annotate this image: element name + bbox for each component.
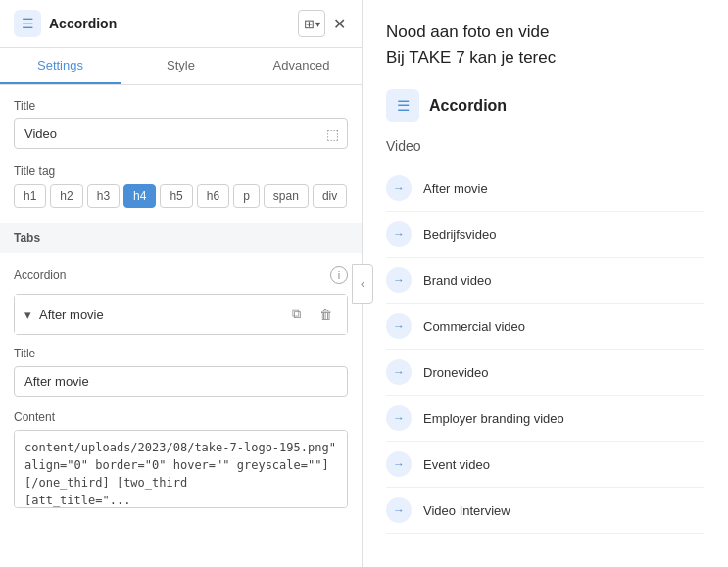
delete-icon[interactable]: 🗑 <box>314 303 337 326</box>
tag-h5[interactable]: h5 <box>160 184 192 208</box>
panel-content: Title ⬚ Title tag h1 h2 h3 h4 h5 h6 p sp… <box>0 85 362 567</box>
tabs-section-divider: Tabs <box>0 223 362 253</box>
tag-p[interactable]: p <box>233 184 260 208</box>
preview-line2: Bij TAKE 7 kan je terec <box>386 48 556 67</box>
list-label-6: Employer branding video <box>423 411 564 426</box>
arrow-icon-3: → <box>386 267 412 293</box>
tag-h2[interactable]: h2 <box>50 184 82 208</box>
widget-icon: ☰ <box>386 89 419 122</box>
video-label: Video <box>386 138 704 154</box>
list-item-event-video[interactable]: → Event video <box>386 442 704 488</box>
chevron-left-icon: ‹ <box>361 277 364 291</box>
format-icon: ⊞ <box>304 17 315 31</box>
arrow-icon-7: → <box>386 451 412 477</box>
tab-style[interactable]: Style <box>121 48 241 84</box>
sub-title-field: Title <box>14 347 348 397</box>
accordion-item-actions: ⧉ 🗑 <box>284 303 337 326</box>
list-item-employer-branding-video[interactable]: → Employer branding video <box>386 396 704 442</box>
header-left: ☰ Accordion <box>14 10 117 37</box>
list-label-4: Commercial video <box>423 319 525 334</box>
tab-advanced[interactable]: Advanced <box>241 48 362 84</box>
content-field: Content content/uploads/2023/08/take-7-l… <box>14 410 348 511</box>
preview-line1: Nood aan foto en vide <box>386 23 549 41</box>
header-right: ⊞ ▾ ✕ <box>298 10 348 37</box>
tag-h1[interactable]: h1 <box>14 184 46 208</box>
title-label: Title <box>14 99 348 113</box>
close-icon: ✕ <box>333 16 346 32</box>
info-icon[interactable]: i <box>330 266 348 284</box>
preview-text: Nood aan foto en vide Bij TAKE 7 kan je … <box>386 20 704 70</box>
tag-buttons: h1 h2 h3 h4 h5 h6 p span div <box>14 184 348 208</box>
list-label-3: Brand video <box>423 273 491 288</box>
tab-settings[interactable]: Settings <box>0 48 121 84</box>
list-label-8: Video Interview <box>423 503 510 518</box>
tag-h4[interactable]: h4 <box>123 184 156 208</box>
widget-title: Accordion <box>429 97 507 115</box>
tag-div[interactable]: div <box>313 184 347 208</box>
chevron-up-icon: ▾ <box>24 307 31 322</box>
arrow-icon-6: → <box>386 405 412 431</box>
list-label-1: After movie <box>423 181 488 196</box>
accordion-section-label: Accordion <box>14 268 66 282</box>
accordion-widget: ☰ Accordion Video → After movie → Bedrij… <box>386 89 704 534</box>
title-tag-section: Title tag h1 h2 h3 h4 h5 h6 p span div <box>14 165 348 208</box>
panel-header: ☰ Accordion ⊞ ▾ ✕ <box>0 0 362 48</box>
panel-title: Accordion <box>49 16 117 31</box>
title-input[interactable] <box>15 119 318 148</box>
widget-list-icon: ☰ <box>397 97 410 115</box>
tabs-section-label: Tabs <box>14 231 40 245</box>
left-panel: ☰ Accordion ⊞ ▾ ✕ Settings Style Advance… <box>0 0 363 567</box>
content-label: Content <box>14 410 348 424</box>
arrow-icon-8: → <box>386 497 412 523</box>
chevron-small-icon: ▾ <box>315 19 320 29</box>
title-input-row: ⬚ <box>14 118 348 149</box>
accordion-list-icon: ☰ <box>22 16 34 31</box>
accordion-icon-btn[interactable]: ☰ <box>14 10 41 37</box>
arrow-icon-4: → <box>386 313 412 339</box>
list-label-2: Bedrijfsvideo <box>423 227 496 242</box>
right-panel: Nood aan foto en vide Bij TAKE 7 kan je … <box>363 0 728 567</box>
format-btn[interactable]: ⊞ ▾ <box>298 10 325 37</box>
tabs-row: Settings Style Advanced <box>0 48 362 85</box>
list-item-after-movie[interactable]: → After movie <box>386 165 704 212</box>
list-item-bedrijfsvideo[interactable]: → Bedrijfsvideo <box>386 212 704 258</box>
accordion-item-header[interactable]: ▾ After movie ⧉ 🗑 <box>15 295 347 334</box>
accordion-section-header: Accordion i <box>14 266 348 284</box>
list-item-commercial-video[interactable]: → Commercial video <box>386 304 704 350</box>
accordion-item-after-movie: ▾ After movie ⧉ 🗑 <box>14 294 348 335</box>
sub-title-label: Title <box>14 347 348 360</box>
title-tag-label: Title tag <box>14 165 348 178</box>
copy-field-icon[interactable]: ⬚ <box>318 126 347 142</box>
list-label-5: Dronevideo <box>423 365 489 380</box>
collapse-handle[interactable]: ‹ <box>352 264 373 304</box>
list-label-7: Event video <box>423 457 490 472</box>
close-button[interactable]: ✕ <box>331 13 348 35</box>
sub-title-input[interactable] <box>14 366 348 397</box>
tag-h6[interactable]: h6 <box>197 184 229 208</box>
arrow-icon-1: → <box>386 175 412 201</box>
accordion-item-title: After movie <box>39 307 284 322</box>
info-symbol: i <box>338 269 340 281</box>
tag-span[interactable]: span <box>264 184 309 208</box>
content-textarea[interactable]: content/uploads/2023/08/take-7-logo-195.… <box>14 430 348 508</box>
tag-h3[interactable]: h3 <box>87 184 120 208</box>
arrow-icon-5: → <box>386 359 412 385</box>
list-item-brand-video[interactable]: → Brand video <box>386 258 704 304</box>
arrow-icon-2: → <box>386 221 412 247</box>
list-item-video-interview[interactable]: → Video Interview <box>386 488 704 534</box>
widget-header: ☰ Accordion <box>386 89 704 122</box>
duplicate-icon[interactable]: ⧉ <box>284 303 308 326</box>
list-item-dronevideo[interactable]: → Dronevideo <box>386 350 704 396</box>
